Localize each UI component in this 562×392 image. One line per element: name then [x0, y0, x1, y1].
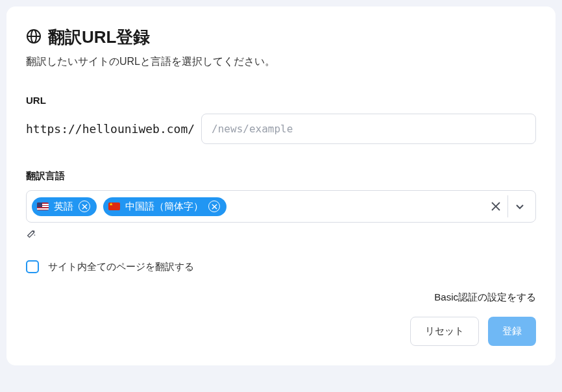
language-chip-chinese: 中国語（簡体字）: [103, 197, 226, 216]
reset-button[interactable]: リセット: [410, 317, 479, 346]
page-title: 翻訳URL登録: [48, 26, 150, 49]
basic-auth-link[interactable]: Basic認証の設定をする: [434, 291, 536, 302]
page-subtitle: 翻訳したいサイトのURLと言語を選択してください。: [26, 55, 536, 69]
select-actions: [484, 195, 531, 218]
language-chips: 英語 中国語（簡体字）: [32, 197, 484, 216]
globe-icon: [26, 29, 42, 47]
url-path-input[interactable]: [201, 114, 536, 144]
registration-card: 翻訳URL登録 翻訳したいサイトのURLと言語を選択してください。 URL ht…: [6, 6, 556, 365]
translate-all-label: サイト内全てのページを翻訳する: [48, 261, 194, 273]
basic-auth-row: Basic認証の設定をする: [26, 291, 536, 304]
chevron-down-icon[interactable]: [508, 195, 531, 218]
submit-button[interactable]: 登録: [488, 317, 536, 346]
chip-label: 中国語（簡体字）: [125, 201, 203, 213]
flag-cn-icon: [108, 202, 120, 210]
base-url: https://hellouniweb.com/: [26, 122, 195, 136]
magic-wand-icon[interactable]: [26, 229, 536, 242]
language-select[interactable]: 英語 中国語（簡体字）: [26, 190, 536, 223]
url-label: URL: [26, 95, 536, 106]
url-row: https://hellouniweb.com/: [26, 114, 536, 144]
translate-all-checkbox[interactable]: [26, 260, 39, 273]
remove-chip-icon[interactable]: [79, 201, 90, 212]
chip-label: 英語: [54, 201, 73, 213]
remove-chip-icon[interactable]: [208, 201, 220, 212]
language-label: 翻訳言語: [26, 170, 536, 182]
footer-actions: リセット 登録: [26, 317, 536, 346]
header: 翻訳URL登録: [26, 26, 536, 49]
language-chip-english: 英語: [32, 197, 97, 216]
translate-all-row: サイト内全てのページを翻訳する: [26, 260, 536, 273]
flag-us-icon: [37, 202, 49, 210]
clear-all-icon[interactable]: [484, 195, 507, 218]
